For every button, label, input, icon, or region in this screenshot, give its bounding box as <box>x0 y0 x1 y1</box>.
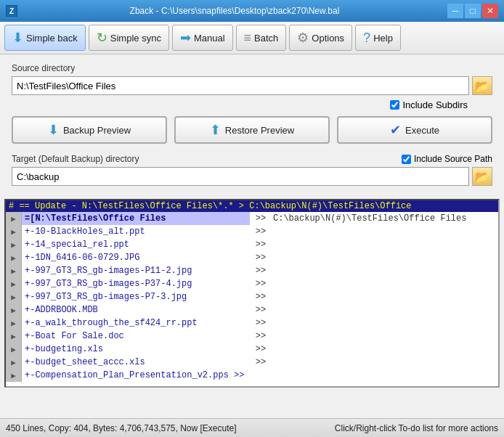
log-area[interactable]: # == Update - N:\TestFiles\Office Files\… <box>4 199 500 388</box>
restore-preview-icon: ⬆ <box>210 122 221 138</box>
log-row-left: =[N:\TestFiles\Office Files <box>22 212 250 225</box>
title-bar: Z Zback - C:\Users\snapfiles\Desktop\zba… <box>0 0 504 22</box>
backup-preview-button[interactable]: ⬇ Backup Preview <box>12 116 167 144</box>
log-row-mid: >> <box>250 330 272 343</box>
source-input-row: 📂 <box>12 76 492 95</box>
log-row-arrow: ▶ <box>6 225 22 238</box>
log-row-right <box>272 303 498 316</box>
log-row-arrow: ▶ <box>6 277 22 290</box>
include-subdirs-label: Include Subdirs <box>402 99 468 110</box>
batch-icon: ≡ <box>244 30 252 46</box>
log-row: ▶+-1DN_6416-06-0729.JPG>> <box>6 251 498 264</box>
log-row-mid <box>250 369 272 382</box>
toolbar-simple-sync[interactable]: ↻ Simple sync <box>89 25 169 51</box>
action-buttons: ⬇ Backup Preview ⬆ Restore Preview ✔ Exe… <box>12 116 492 144</box>
log-row-left: +-997_GT3_RS_gb-images-P7-3.jpg <box>22 290 250 303</box>
log-row-left: +-14_special_rel.ppt <box>22 238 250 251</box>
include-source-checkbox[interactable] <box>402 155 411 164</box>
execute-label: Execute <box>405 125 439 136</box>
toolbar-manual[interactable]: ➡ Manual <box>172 25 233 51</box>
log-row-right <box>272 369 498 382</box>
options-icon: ⚙ <box>297 30 309 46</box>
log-row-arrow: ▶ <box>6 290 22 303</box>
toolbar-batch[interactable]: ≡ Batch <box>236 25 287 51</box>
log-row-mid: >> <box>250 238 272 251</box>
log-row-arrow: ▶ <box>6 316 22 330</box>
log-row-arrow: ▶ <box>6 356 22 369</box>
maximize-button[interactable]: □ <box>465 4 481 18</box>
log-row: ▶+-ADDRBOOK.MDB>> <box>6 303 498 316</box>
restore-preview-button[interactable]: ⬆ Restore Preview <box>174 116 330 144</box>
target-folder-icon: 📂 <box>475 170 489 184</box>
log-row-arrow: ▶ <box>6 303 22 316</box>
minimize-button[interactable]: ─ <box>447 4 463 18</box>
toolbar-simple-back[interactable]: ⬇ Simple back <box>4 25 86 51</box>
batch-label: Batch <box>254 33 278 44</box>
source-input[interactable] <box>12 76 469 95</box>
log-row-left: +-budgeting.xls <box>22 343 250 356</box>
backup-preview-label: Backup Preview <box>63 125 131 136</box>
status-bar: 450 Lines, Copy: 404, Bytes: 4,706,743,5… <box>0 418 504 437</box>
log-row: ▶+-a_walk_through_the_sf424_rr.ppt>> <box>6 316 498 330</box>
log-row-right <box>272 343 498 356</box>
help-icon: ? <box>363 30 370 46</box>
help-label: Help <box>373 33 393 44</box>
log-row-right <box>272 330 498 343</box>
log-row-arrow: ▶ <box>6 343 22 356</box>
target-row: Target (Default Backup) directory Includ… <box>12 154 492 164</box>
log-row-left: +-budget_sheet_accc.xls <box>22 356 250 369</box>
log-row-mid: >> <box>250 225 272 238</box>
toolbar: ⬇ Simple back ↻ Simple sync ➡ Manual ≡ B… <box>0 22 504 54</box>
source-label: Source directory <box>12 63 492 73</box>
target-folder-button[interactable]: 📂 <box>472 167 492 186</box>
log-row-mid: >> <box>250 316 272 330</box>
simple-back-label: Simple back <box>26 33 78 44</box>
manual-label: Manual <box>194 33 225 44</box>
include-source-row: Include Source Path <box>402 154 492 164</box>
main-area: Source directory 📂 Include Subdirs ⬇ Bac… <box>0 54 504 199</box>
log-row-arrow: ▶ <box>6 369 22 382</box>
log-row-mid: >> <box>250 212 272 225</box>
log-row-right <box>272 251 498 264</box>
include-source-label: Include Source Path <box>414 154 492 164</box>
toolbar-options[interactable]: ⚙ Options <box>289 25 352 51</box>
log-row-left: +-1DN_6416-06-0729.JPG <box>22 251 250 264</box>
log-row-arrow: ▶ <box>6 238 22 251</box>
log-row-mid: >> <box>250 303 272 316</box>
log-row-mid: >> <box>250 343 272 356</box>
log-row-left: +-ADDRBOOK.MDB <box>22 303 250 316</box>
log-row-right <box>272 238 498 251</box>
app-icon: Z <box>6 5 17 17</box>
options-label: Options <box>312 33 344 44</box>
log-header: # == Update - N:\TestFiles\Office Files\… <box>6 200 498 212</box>
source-folder-button[interactable]: 📂 <box>472 76 492 95</box>
status-left: 450 Lines, Copy: 404, Bytes: 4,706,743,5… <box>6 423 252 433</box>
source-folder-icon: 📂 <box>475 79 489 93</box>
simple-sync-label: Simple sync <box>110 33 161 44</box>
log-row: ▶+-Compensation_Plan_Presentation_v2.pps… <box>6 369 498 382</box>
log-row-left: +-10-BlackHoles_alt.ppt <box>22 225 250 238</box>
target-input[interactable] <box>12 167 469 186</box>
execute-button[interactable]: ✔ Execute <box>337 116 492 144</box>
status-right: Click/Right-click To-do list for more ac… <box>252 423 498 433</box>
log-row-left: +-Boat For Sale.doc <box>22 330 250 343</box>
execute-icon: ✔ <box>390 122 401 138</box>
log-row-right <box>272 264 498 277</box>
log-row: ▶+-Boat For Sale.doc>> <box>6 330 498 343</box>
backup-preview-icon: ⬇ <box>48 122 59 138</box>
log-row: ▶+-997_GT3_RS_gb-images-P37-4.jpg>> <box>6 277 498 290</box>
close-button[interactable]: ✕ <box>482 4 498 18</box>
log-row-mid: >> <box>250 277 272 290</box>
log-row-mid: >> <box>250 264 272 277</box>
log-row-right <box>272 277 498 290</box>
log-row: ▶=[N:\TestFiles\Office Files>>C:\backup\… <box>6 212 498 225</box>
restore-preview-label: Restore Preview <box>225 125 294 136</box>
log-row-arrow: ▶ <box>6 251 22 264</box>
log-row-mid: >> <box>250 356 272 369</box>
log-row-left: +-a_walk_through_the_sf424_rr.ppt <box>22 316 250 330</box>
include-subdirs-row: Include Subdirs <box>12 99 492 110</box>
log-row: ▶+-budget_sheet_accc.xls>> <box>6 356 498 369</box>
log-row: ▶+-14_special_rel.ppt>> <box>6 238 498 251</box>
toolbar-help[interactable]: ? Help <box>355 25 401 51</box>
include-subdirs-checkbox[interactable] <box>390 100 399 110</box>
